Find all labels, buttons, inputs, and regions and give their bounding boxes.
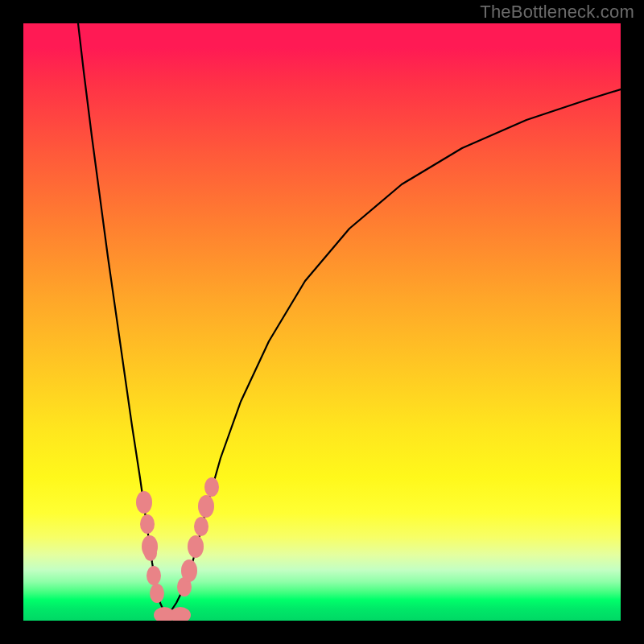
bead-marker [188, 535, 204, 558]
bead-marker [140, 514, 155, 534]
bead-marker [204, 477, 219, 497]
plot-area [23, 23, 621, 621]
bead-marker [170, 607, 191, 621]
bead-marker [150, 584, 164, 603]
frame: TheBottleneck.com [0, 0, 644, 644]
bead-marker [147, 566, 161, 585]
bead-marker [181, 559, 197, 582]
bead-marker [136, 491, 152, 514]
curve-right-branch [167, 89, 621, 617]
watermark-text: TheBottleneck.com [480, 2, 634, 23]
bead-marker [194, 517, 208, 536]
bead-marker [144, 545, 157, 561]
bead-marker [198, 495, 214, 518]
curve-svg [23, 23, 621, 621]
